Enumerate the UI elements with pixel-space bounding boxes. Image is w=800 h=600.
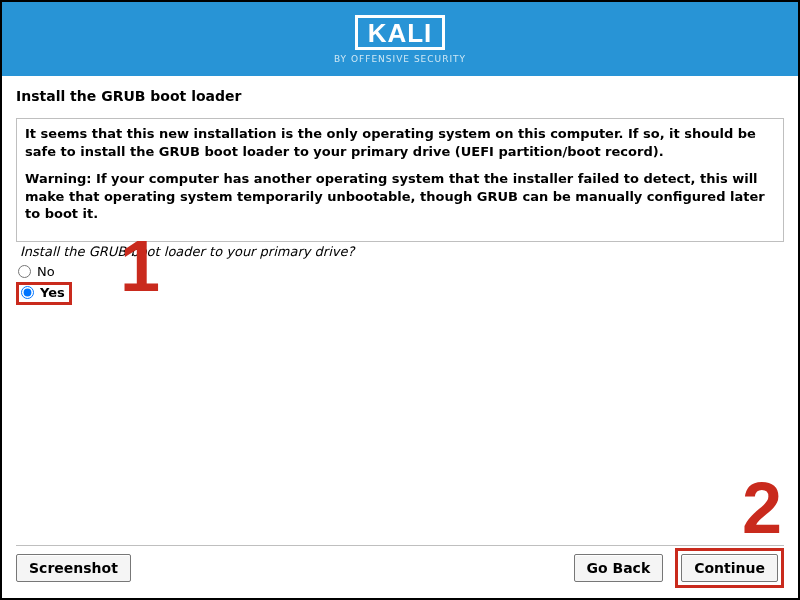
annotation-2: 2 [742,472,782,544]
logo-subtitle: BY OFFENSIVE SECURITY [334,54,466,64]
radio-yes-input[interactable] [21,286,34,299]
page-title: Install the GRUB boot loader [16,88,784,104]
info-paragraph-1: It seems that this new installation is t… [25,125,775,160]
go-back-button[interactable]: Go Back [574,554,664,582]
installer-header: KALI BY OFFENSIVE SECURITY [2,2,798,76]
screenshot-button[interactable]: Screenshot [16,554,131,582]
radio-option-yes[interactable]: Yes [19,285,65,300]
info-panel: It seems that this new installation is t… [16,118,784,242]
radio-no-input[interactable] [18,265,31,278]
footer-separator [16,545,784,546]
continue-button[interactable]: Continue [681,554,778,582]
radio-no-label: No [37,264,55,279]
footer-bar: Screenshot Go Back Continue [16,548,784,588]
logo-text: KALI [368,20,433,46]
highlight-box-continue: Continue [675,548,784,588]
annotation-1: 1 [120,230,160,302]
info-paragraph-2: Warning: If your computer has another op… [25,170,775,223]
radio-yes-label: Yes [40,285,65,300]
kali-logo: KALI [355,15,446,50]
highlight-box-yes: Yes [16,282,72,305]
